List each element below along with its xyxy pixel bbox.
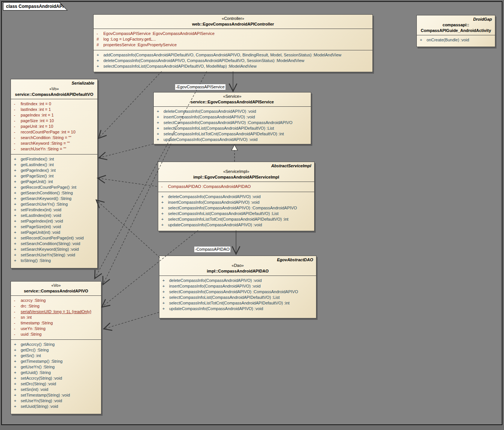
operation-text: setUseYn(String) :void	[21, 398, 62, 404]
operation-text: deleteCompassInfo(CompassAndroidAPIVO) :…	[168, 194, 260, 200]
class-box-controller[interactable]: «Controller» web::EgovCompassAndroidAPIC…	[93, 14, 373, 72]
visibility-marker: +	[11, 241, 21, 247]
operation-row: + insertCompassInfo(CompassAndroidAPIVO)…	[158, 200, 314, 205]
class-stereotype: «Vo»	[12, 86, 96, 92]
operation-row: + deleteCompassInfo(CompassAndroidAPIVO,…	[94, 58, 372, 64]
visibility-marker: +	[417, 37, 427, 43]
attribute-text: accrcy :String	[21, 298, 46, 303]
operation-text: selectCompassInfoList(CompassAndroidAPID…	[168, 211, 278, 217]
operation-row: + selectCompassInfo(CompassAndroidAPIVO)…	[159, 289, 316, 295]
attribute-row: - serialVersionUID :long = 1L {readOnly}	[11, 309, 101, 315]
attribute-text: CompassAPIDAO :CompassAndroidAPIDAO	[168, 184, 251, 189]
operation-row: + selectCompassInfoList(CompassAndroidAP…	[154, 126, 311, 131]
attribute-row: # propertiesService :EgovPropertyService	[94, 42, 372, 48]
operation-row: + getPageUnit() :int	[11, 179, 97, 185]
operation-row: + getAccrcy() :String	[11, 342, 101, 347]
attributes-compartment: - CompassAPIDAO :CompassAndroidAPIDAO	[158, 182, 314, 192]
operation-text: selectCompassInfo(CompassAndroidAPIVO) :…	[163, 120, 292, 126]
visibility-marker: +	[11, 258, 21, 263]
visibility-marker: +	[11, 196, 21, 201]
visibility-marker: +	[158, 205, 168, 211]
operation-row: + setSearchUseYn(String) :void	[11, 252, 97, 258]
operation-row: + insertCompassInfo(CompassAndroidAPIVO)…	[159, 283, 316, 289]
operations-compartment: + deleteCompassInfo(CompassAndroidAPIVO)…	[158, 192, 314, 230]
attribute-row: - useYn :String	[11, 326, 101, 332]
visibility-marker: +	[154, 131, 163, 137]
class-name: web::EgovCompassAndroidAPIController	[95, 21, 371, 27]
visibility-marker: +	[159, 289, 169, 295]
visibility-marker: -	[11, 332, 21, 337]
visibility-marker: -	[11, 107, 21, 112]
class-box-dao[interactable]: EgovAbstractDAO «Dao» impl::CompassAndro…	[159, 256, 316, 318]
visibility-marker: -	[11, 309, 21, 315]
attribute-text: firstIndex :int = 0	[21, 101, 51, 107]
class-name: service::EgovCompassAndroidAPIService	[155, 99, 309, 105]
class-box-serviceimpl[interactable]: AbstractServiceImpl «ServiceImpl» impl::…	[158, 162, 315, 231]
operation-row: + setPageIndex(int) :void	[11, 218, 97, 224]
operation-text: setSearchUseYn(String) :void	[21, 252, 75, 258]
operation-row: + getSearchUseYn() :String	[11, 201, 97, 207]
visibility-marker: +	[11, 173, 21, 179]
operation-text: getPageUnit() :int	[21, 179, 53, 185]
operation-text: updateCompassInfo(CompassAndroidAPIVO) :…	[169, 306, 263, 312]
operation-text: getAccrcy() :String	[21, 342, 54, 347]
class-box-defaultvo[interactable]: Serializable «Vo» service::CompassAndroi…	[11, 79, 98, 268]
operation-text: insertCompassInfo(CompassAndroidAPIVO) :…	[168, 200, 259, 205]
attribute-row: - pageUnit :int = 10	[11, 124, 97, 129]
visibility-marker: +	[154, 120, 163, 126]
visibility-marker: #	[94, 36, 103, 42]
operation-row: + insertCompassInfo(CompassAndroidAPIVO)…	[154, 114, 311, 120]
class-header: DroidGap compassapi:: CompassAPIGuide_An…	[417, 15, 495, 35]
operation-row: + setLastIndex(int) :void	[11, 213, 97, 218]
visibility-marker: +	[159, 306, 169, 312]
class-name: service::CompassAndroidAPIDefaultVO	[12, 92, 96, 97]
operation-text: getPageSize() :int	[21, 173, 53, 179]
visibility-marker: +	[11, 162, 21, 168]
attributes-compartment: - accrcy :String - drc :String - serialV…	[11, 295, 101, 339]
operation-text: getDrc() :String	[21, 347, 49, 353]
operation-text: setDrc(String) :void	[21, 381, 56, 387]
visibility-marker: +	[11, 185, 21, 190]
operation-row: + getRecordCountPerPage() :int	[11, 185, 97, 190]
class-header: «Controller» web::EgovCompassAndroidAPIC…	[94, 15, 372, 29]
operation-row: + selectCompassInfoList(CompassAndroidAP…	[158, 211, 314, 217]
visibility-marker: +	[11, 387, 21, 392]
operation-text: getTimestamp() :String	[21, 359, 62, 364]
class-stereotype: «Controller»	[95, 16, 371, 21]
operation-row: + updateCompassInfo(CompassAndroidAPIVO)…	[159, 306, 316, 312]
visibility-marker: +	[11, 398, 21, 404]
visibility-marker: -	[94, 31, 103, 36]
operation-row: + deleteCompassInfo(CompassAndroidAPIVO)…	[154, 109, 311, 114]
visibility-marker: +	[154, 126, 163, 131]
visibility-marker: +	[158, 222, 168, 228]
visibility-marker: -	[11, 118, 21, 124]
visibility-marker: +	[11, 179, 21, 185]
operation-text: deleteCompassInfo(CompassAndroidAPIVO, C…	[103, 58, 304, 64]
visibility-marker: +	[11, 201, 21, 207]
attribute-text: timestamp :String	[21, 320, 53, 326]
operation-text: setPageIndex(int) :void	[21, 218, 63, 224]
operation-row: + setRecordCountPerPage(int) :void	[11, 235, 97, 241]
attributes-compartment: - EgovCompassAPIService :EgovCompassAndr…	[94, 29, 372, 50]
attribute-row: - searchCondition :String = ""	[11, 135, 97, 141]
operation-text: insertCompassInfo(CompassAndroidAPIVO) :…	[163, 114, 255, 120]
class-box-vo[interactable]: «Vo» service::CompassAndroidAPIVO - accr…	[11, 281, 101, 414]
attribute-row: - CompassAPIDAO :CompassAndroidAPIDAO	[158, 184, 314, 189]
operation-text: getSearchUseYn() :String	[21, 201, 68, 207]
class-box-service[interactable]: «Service» service::EgovCompassAndroidAPI…	[153, 92, 311, 144]
visibility-marker: #	[94, 42, 103, 48]
association-label-compassapidao: -CompassAPIDAO	[194, 247, 230, 252]
attribute-row: - recordCountPerPage :int = 10	[11, 129, 97, 135]
visibility-marker: -	[11, 298, 21, 303]
attribute-row: - EgovCompassAPIService :EgovCompassAndr…	[94, 31, 372, 36]
operations-compartment: + onCreate(Bundle) :void	[417, 35, 495, 45]
attribute-row: - pageIndex :int = 1	[11, 112, 97, 118]
operation-text: getPageIndex() :int	[21, 168, 56, 173]
operation-text: toString() :String	[21, 258, 51, 263]
operation-text: updateCompassInfo(CompassAndroidAPIVO) :…	[163, 137, 257, 142]
attribute-text: log :Log = LogFactory.getL...	[103, 36, 156, 42]
visibility-marker: +	[11, 353, 21, 359]
class-box-activity[interactable]: DroidGap compassapi:: CompassAPIGuide_An…	[416, 15, 495, 47]
operation-row: + setSearchKeyword(String) :void	[11, 247, 97, 252]
operation-row: + setFirstIndex(int) :void	[11, 207, 97, 213]
